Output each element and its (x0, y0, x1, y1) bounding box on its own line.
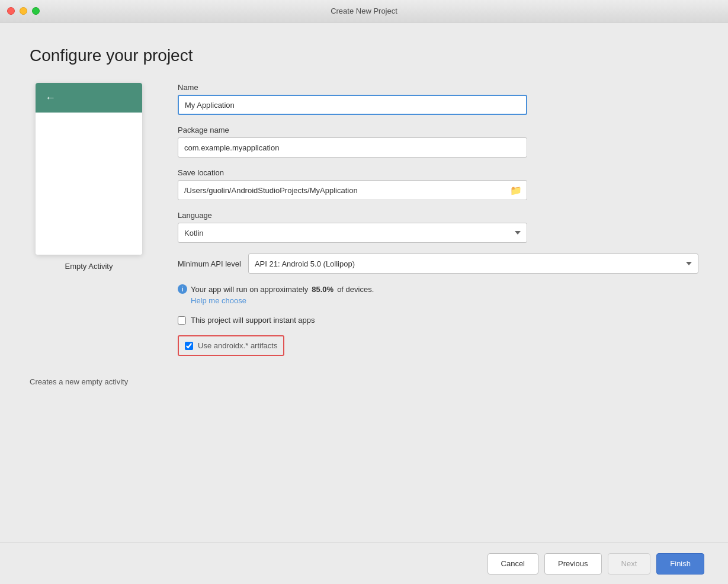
name-label: Name (178, 83, 698, 92)
back-arrow-icon: ← (45, 92, 56, 104)
package-label: Package name (178, 126, 698, 134)
content-area: ← Empty Activity Creates a new empty act… (30, 83, 698, 531)
close-button[interactable] (7, 7, 15, 15)
androidx-label: Use androidx.* artifacts (198, 341, 277, 350)
instant-apps-checkbox[interactable] (178, 316, 186, 325)
minimize-button[interactable] (20, 7, 27, 15)
info-icon: i (178, 284, 187, 294)
creates-label: Creates a new empty activity (30, 377, 128, 392)
save-location-container: 📁 (178, 180, 527, 200)
name-group: Name (178, 83, 698, 115)
min-api-group: Minimum API level API 21: Android 5.0 (L… (178, 254, 698, 274)
language-label: Language (178, 211, 698, 220)
package-group: Package name (178, 126, 698, 158)
window-controls (7, 7, 40, 15)
info-text-suffix: of devices. (337, 285, 374, 294)
androidx-checkbox[interactable] (185, 342, 193, 350)
left-panel: ← Empty Activity Creates a new empty act… (30, 83, 148, 531)
package-input[interactable] (178, 137, 527, 158)
title-bar: Create New Project (0, 0, 728, 23)
next-button: Next (608, 553, 651, 575)
info-section: i Your app will run on approximately 85.… (178, 284, 698, 305)
folder-icon[interactable]: 📁 (505, 185, 527, 196)
window-title: Create New Project (331, 7, 397, 15)
save-location-group: Save location 📁 (178, 168, 698, 200)
instant-apps-row: This project will support instant apps (178, 316, 698, 325)
instant-apps-label: This project will support instant apps (191, 316, 315, 325)
page-title: Configure your project (30, 46, 698, 65)
save-location-input[interactable] (178, 181, 505, 200)
phone-body (36, 113, 142, 255)
language-select[interactable]: Kotlin Java (178, 223, 527, 243)
name-input[interactable] (178, 95, 527, 115)
api-row: Minimum API level API 21: Android 5.0 (L… (178, 254, 698, 274)
maximize-button[interactable] (32, 7, 40, 15)
info-percent: 85.0% (312, 285, 333, 294)
previous-button[interactable]: Previous (544, 553, 602, 575)
phone-preview: ← (36, 83, 142, 255)
activity-label: Empty Activity (65, 262, 113, 271)
min-api-label: Minimum API level (178, 259, 241, 268)
help-me-choose-link[interactable]: Help me choose (191, 296, 698, 305)
phone-header: ← (36, 83, 142, 113)
androidx-row: Use androidx.* artifacts (178, 335, 284, 356)
info-text-prefix: Your app will run on approximately (191, 285, 308, 294)
cancel-button[interactable]: Cancel (488, 553, 538, 575)
save-location-label: Save location (178, 168, 698, 177)
language-group: Language Kotlin Java (178, 211, 698, 243)
min-api-select[interactable]: API 21: Android 5.0 (Lollipop) API 16: A… (248, 254, 698, 274)
right-panel: Name Package name Save location 📁 Langua… (178, 83, 698, 531)
finish-button[interactable]: Finish (656, 553, 704, 575)
main-content: Configure your project ← Empty Activity … (0, 23, 728, 543)
info-row: i Your app will run on approximately 85.… (178, 284, 698, 294)
footer: Cancel Previous Next Finish (0, 543, 728, 584)
